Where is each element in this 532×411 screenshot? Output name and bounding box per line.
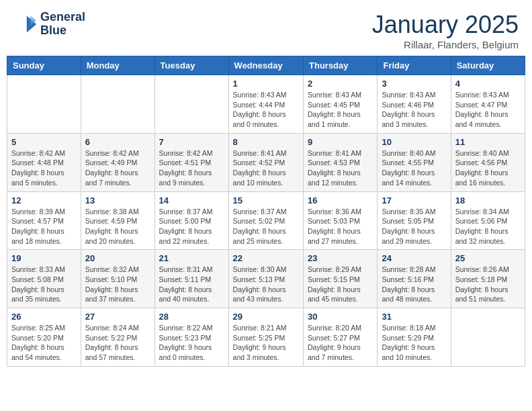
day-number: 3 bbox=[382, 79, 446, 89]
day-info: Sunrise: 8:24 AM Sunset: 5:22 PM Dayligh… bbox=[85, 323, 150, 363]
day-info: Sunrise: 8:33 AM Sunset: 5:08 PM Dayligh… bbox=[11, 265, 77, 304]
weekday-header: Tuesday bbox=[154, 56, 228, 75]
day-info: Sunrise: 8:41 AM Sunset: 4:53 PM Dayligh… bbox=[308, 148, 373, 188]
day-info: Sunrise: 8:43 AM Sunset: 4:47 PM Dayligh… bbox=[455, 90, 521, 130]
calendar-cell: 19Sunrise: 8:33 AM Sunset: 5:08 PM Dayli… bbox=[7, 250, 81, 308]
calendar-week-row: 1Sunrise: 8:43 AM Sunset: 4:44 PM Daylig… bbox=[7, 75, 525, 134]
calendar-cell: 14Sunrise: 8:37 AM Sunset: 5:00 PM Dayli… bbox=[154, 191, 228, 250]
day-info: Sunrise: 8:40 AM Sunset: 4:55 PM Dayligh… bbox=[382, 148, 446, 188]
day-number: 23 bbox=[308, 253, 373, 263]
calendar-table: SundayMondayTuesdayWednesdayThursdayFrid… bbox=[7, 56, 525, 367]
day-number: 30 bbox=[308, 312, 373, 322]
day-info: Sunrise: 8:43 AM Sunset: 4:46 PM Dayligh… bbox=[382, 90, 446, 130]
day-number: 12 bbox=[11, 195, 77, 205]
calendar-cell: 3Sunrise: 8:43 AM Sunset: 4:46 PM Daylig… bbox=[378, 75, 451, 134]
day-number: 26 bbox=[11, 312, 77, 322]
day-info: Sunrise: 8:42 AM Sunset: 4:49 PM Dayligh… bbox=[85, 148, 150, 188]
day-number: 1 bbox=[233, 79, 299, 89]
day-number: 20 bbox=[85, 253, 150, 263]
calendar-cell: 28Sunrise: 8:22 AM Sunset: 5:23 PM Dayli… bbox=[154, 308, 228, 367]
calendar-header: SundayMondayTuesdayWednesdayThursdayFrid… bbox=[7, 56, 525, 75]
calendar-cell: 4Sunrise: 8:43 AM Sunset: 4:47 PM Daylig… bbox=[451, 75, 525, 134]
calendar-cell: 30Sunrise: 8:20 AM Sunset: 5:27 PM Dayli… bbox=[304, 308, 378, 367]
day-number: 15 bbox=[233, 195, 299, 205]
day-number: 2 bbox=[308, 79, 373, 89]
calendar-cell bbox=[81, 75, 154, 134]
day-info: Sunrise: 8:26 AM Sunset: 5:18 PM Dayligh… bbox=[455, 265, 521, 304]
calendar-cell: 16Sunrise: 8:36 AM Sunset: 5:03 PM Dayli… bbox=[304, 191, 378, 250]
day-info: Sunrise: 8:40 AM Sunset: 4:56 PM Dayligh… bbox=[455, 148, 521, 188]
calendar-cell: 23Sunrise: 8:29 AM Sunset: 5:15 PM Dayli… bbox=[304, 250, 378, 308]
day-number: 27 bbox=[85, 312, 150, 322]
day-number: 18 bbox=[455, 195, 521, 205]
calendar-cell: 29Sunrise: 8:21 AM Sunset: 5:25 PM Dayli… bbox=[228, 308, 303, 367]
day-number: 9 bbox=[308, 137, 373, 147]
day-info: Sunrise: 8:32 AM Sunset: 5:10 PM Dayligh… bbox=[85, 265, 150, 304]
calendar-cell: 1Sunrise: 8:43 AM Sunset: 4:44 PM Daylig… bbox=[228, 75, 303, 134]
calendar-cell: 21Sunrise: 8:31 AM Sunset: 5:11 PM Dayli… bbox=[154, 250, 228, 308]
weekday-header: Sunday bbox=[7, 56, 81, 75]
day-info: Sunrise: 8:30 AM Sunset: 5:13 PM Dayligh… bbox=[233, 265, 299, 304]
calendar-cell: 24Sunrise: 8:28 AM Sunset: 5:16 PM Dayli… bbox=[378, 250, 451, 308]
page-header: General Blue January 2025 Rillaar, Fland… bbox=[0, 0, 532, 56]
day-number: 14 bbox=[159, 195, 224, 205]
day-number: 16 bbox=[308, 195, 373, 205]
calendar-cell: 5Sunrise: 8:42 AM Sunset: 4:48 PM Daylig… bbox=[7, 133, 81, 191]
logo-text: General Blue bbox=[40, 11, 85, 38]
calendar-cell: 22Sunrise: 8:30 AM Sunset: 5:13 PM Dayli… bbox=[228, 250, 303, 308]
day-number: 6 bbox=[85, 137, 150, 147]
calendar-cell: 27Sunrise: 8:24 AM Sunset: 5:22 PM Dayli… bbox=[81, 308, 154, 367]
calendar-cell: 12Sunrise: 8:39 AM Sunset: 4:57 PM Dayli… bbox=[7, 191, 81, 250]
day-info: Sunrise: 8:42 AM Sunset: 4:51 PM Dayligh… bbox=[159, 148, 224, 188]
calendar-cell: 11Sunrise: 8:40 AM Sunset: 4:56 PM Dayli… bbox=[451, 133, 525, 191]
day-number: 8 bbox=[233, 137, 299, 147]
calendar-cell: 17Sunrise: 8:35 AM Sunset: 5:05 PM Dayli… bbox=[378, 191, 451, 250]
logo: General Blue bbox=[13, 11, 85, 38]
day-info: Sunrise: 8:34 AM Sunset: 5:06 PM Dayligh… bbox=[455, 207, 521, 246]
day-number: 10 bbox=[382, 137, 446, 147]
calendar-cell: 9Sunrise: 8:41 AM Sunset: 4:53 PM Daylig… bbox=[304, 133, 378, 191]
day-info: Sunrise: 8:18 AM Sunset: 5:29 PM Dayligh… bbox=[382, 323, 446, 363]
day-number: 28 bbox=[159, 312, 224, 322]
day-number: 31 bbox=[382, 312, 446, 322]
day-number: 17 bbox=[382, 195, 446, 205]
day-info: Sunrise: 8:43 AM Sunset: 4:44 PM Dayligh… bbox=[233, 90, 299, 130]
day-info: Sunrise: 8:41 AM Sunset: 4:52 PM Dayligh… bbox=[233, 148, 299, 188]
day-number: 13 bbox=[85, 195, 150, 205]
day-number: 21 bbox=[159, 253, 224, 263]
calendar-cell bbox=[7, 75, 81, 134]
calendar-week-row: 5Sunrise: 8:42 AM Sunset: 4:48 PM Daylig… bbox=[7, 133, 525, 191]
location: Rillaar, Flanders, Belgium bbox=[372, 39, 519, 50]
calendar-cell: 7Sunrise: 8:42 AM Sunset: 4:51 PM Daylig… bbox=[154, 133, 228, 191]
calendar-cell bbox=[451, 308, 525, 367]
day-info: Sunrise: 8:42 AM Sunset: 4:48 PM Dayligh… bbox=[11, 148, 77, 188]
calendar-cell bbox=[154, 75, 228, 134]
day-number: 5 bbox=[11, 137, 77, 147]
weekday-header: Wednesday bbox=[228, 56, 303, 75]
day-info: Sunrise: 8:37 AM Sunset: 5:02 PM Dayligh… bbox=[233, 207, 299, 246]
calendar: SundayMondayTuesdayWednesdayThursdayFrid… bbox=[0, 56, 532, 373]
day-info: Sunrise: 8:43 AM Sunset: 4:45 PM Dayligh… bbox=[308, 90, 373, 130]
weekday-header: Saturday bbox=[451, 56, 525, 75]
day-info: Sunrise: 8:21 AM Sunset: 5:25 PM Dayligh… bbox=[233, 323, 299, 363]
day-info: Sunrise: 8:31 AM Sunset: 5:11 PM Dayligh… bbox=[159, 265, 224, 304]
day-number: 11 bbox=[455, 137, 521, 147]
day-info: Sunrise: 8:22 AM Sunset: 5:23 PM Dayligh… bbox=[159, 323, 224, 363]
logo-icon bbox=[13, 12, 38, 36]
day-number: 4 bbox=[455, 79, 521, 89]
day-number: 24 bbox=[382, 253, 446, 263]
month-title: January 2025 bbox=[372, 11, 519, 39]
calendar-week-row: 26Sunrise: 8:25 AM Sunset: 5:20 PM Dayli… bbox=[7, 308, 525, 367]
day-info: Sunrise: 8:36 AM Sunset: 5:03 PM Dayligh… bbox=[308, 207, 373, 246]
day-number: 22 bbox=[233, 253, 299, 263]
weekday-header: Friday bbox=[378, 56, 451, 75]
weekday-header: Thursday bbox=[304, 56, 378, 75]
calendar-cell: 26Sunrise: 8:25 AM Sunset: 5:20 PM Dayli… bbox=[7, 308, 81, 367]
calendar-cell: 2Sunrise: 8:43 AM Sunset: 4:45 PM Daylig… bbox=[304, 75, 378, 134]
day-info: Sunrise: 8:39 AM Sunset: 4:57 PM Dayligh… bbox=[11, 207, 77, 246]
calendar-cell: 25Sunrise: 8:26 AM Sunset: 5:18 PM Dayli… bbox=[451, 250, 525, 308]
day-info: Sunrise: 8:37 AM Sunset: 5:00 PM Dayligh… bbox=[159, 207, 224, 246]
day-info: Sunrise: 8:29 AM Sunset: 5:15 PM Dayligh… bbox=[308, 265, 373, 304]
day-info: Sunrise: 8:25 AM Sunset: 5:20 PM Dayligh… bbox=[11, 323, 77, 363]
day-info: Sunrise: 8:28 AM Sunset: 5:16 PM Dayligh… bbox=[382, 265, 446, 304]
